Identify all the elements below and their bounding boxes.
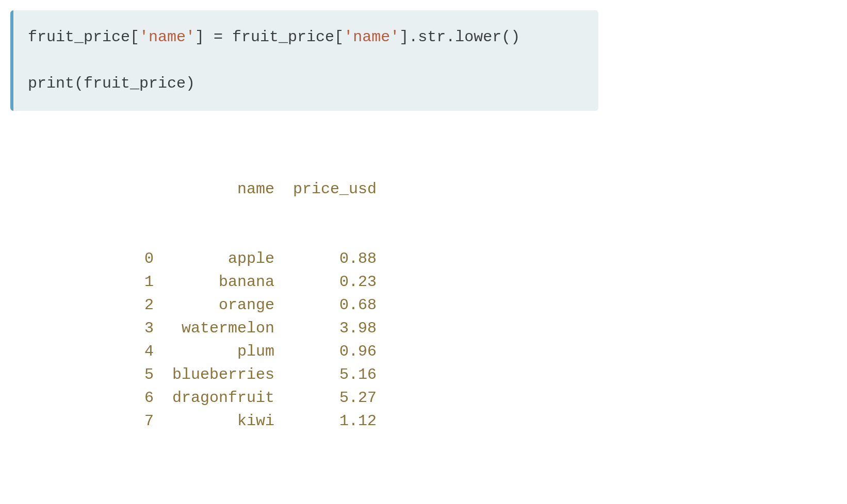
code-line-1: fruit_price['name'] = fruit_price['name'…: [28, 26, 584, 49]
output-header-text: name price_usd: [144, 180, 377, 198]
code-string-token: 'name': [139, 28, 195, 46]
output-row: 2 orange 0.68: [144, 294, 837, 317]
output-row: 7 kiwi 1.12: [144, 410, 837, 433]
code-line-3: print(fruit_price): [28, 72, 584, 95]
code-line-blank: [28, 49, 584, 72]
output-row: 1 banana 0.23: [144, 271, 837, 294]
output-row: 5 blueberries 5.16: [144, 363, 837, 387]
output-row: 6 dragonfruit 5.27: [144, 387, 837, 410]
code-token: ].str.lower(): [399, 28, 520, 46]
output-row: 3 watermelon 3.98: [144, 317, 837, 340]
code-token: ] = fruit_price[: [195, 28, 344, 46]
code-string-token: 'name': [344, 28, 399, 46]
output-row: 0 apple 0.88: [144, 247, 837, 271]
code-token: fruit_price[: [28, 28, 139, 46]
code-block: fruit_price['name'] = fruit_price['name'…: [10, 10, 598, 111]
output-row: 4 plum 0.96: [144, 340, 837, 363]
output-block: name price_usd 0 apple 0.881 banana 0.23…: [144, 131, 837, 456]
output-header: name price_usd: [144, 178, 837, 201]
